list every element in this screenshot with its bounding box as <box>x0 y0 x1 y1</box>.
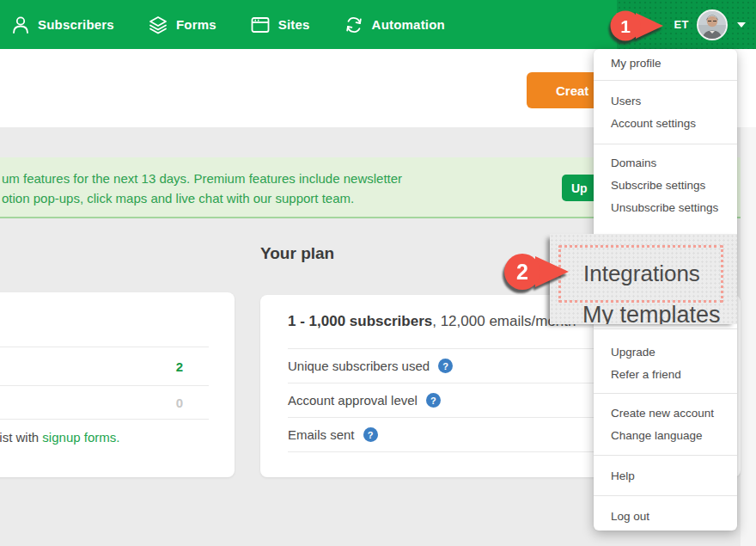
menu-item-my-templates[interactable]: My templates <box>582 302 721 324</box>
svg-text:2: 2 <box>516 260 528 284</box>
layers-icon <box>149 15 168 34</box>
menu-item-my-profile[interactable]: My profile <box>594 52 737 75</box>
menu-item-unsubscribe-settings[interactable]: Unsubscribe settings <box>594 197 737 219</box>
menu-item-create-new-account[interactable]: Create new account <box>594 402 737 425</box>
stats-card-footer: email list with signup forms. <box>0 419 209 445</box>
svg-text:1: 1 <box>620 16 631 36</box>
footer-text: email list with <box>0 430 42 445</box>
plan-section-title: Your plan <box>260 244 334 263</box>
menu-group-account: Users Account settings <box>594 81 737 144</box>
menu-item-log-out[interactable]: Log out <box>594 506 737 528</box>
menu-item-refer-a-friend[interactable]: Refer a friend <box>594 364 737 386</box>
trial-banner-line1: um features for the next 13 days. Premiu… <box>2 169 402 188</box>
row-label: Emails sent <box>288 427 355 442</box>
nav-sites[interactable]: Sites <box>251 16 310 34</box>
secondary-count: 0 <box>176 396 183 410</box>
browser-window-icon <box>251 16 270 34</box>
row-label: Unique subscribers used <box>288 359 430 373</box>
integrations-highlight-box: Integrations <box>558 245 723 303</box>
subscribers-count: 2 <box>176 359 183 374</box>
annotation-step-2-badge: 2 <box>503 252 570 291</box>
page-right-margin <box>741 127 756 546</box>
menu-item-upgrade[interactable]: Upgrade <box>594 341 737 364</box>
menu-item-help[interactable]: Help <box>594 465 737 488</box>
menu-item-users[interactable]: Users <box>594 90 737 113</box>
menu-item-domains[interactable]: Domains <box>594 152 737 175</box>
nav-subscribers[interactable]: Subscribers <box>12 15 114 34</box>
nav-label: Forms <box>176 17 216 32</box>
user-initials: ET <box>674 18 689 31</box>
menu-item-account-settings[interactable]: Account settings <box>594 113 737 135</box>
subscribers-stats-card: 2 0 email list with signup forms. <box>0 292 235 477</box>
help-icon[interactable]: ? <box>426 393 441 408</box>
account-menu-trigger[interactable]: ET <box>674 0 746 49</box>
menu-group-domains: Domains Subscribe settings Unsubscribe s… <box>594 144 737 237</box>
help-icon[interactable]: ? <box>363 427 378 442</box>
signup-forms-link[interactable]: signup forms <box>42 430 116 445</box>
magnified-menu-overlay: Integrations My templates <box>550 234 737 324</box>
avatar-image <box>698 11 726 39</box>
sync-arrows-icon <box>344 15 363 34</box>
stats-row-secondary: 0 <box>0 385 209 419</box>
nav-forms[interactable]: Forms <box>149 15 216 34</box>
nav-automation[interactable]: Automation <box>344 15 445 34</box>
help-icon[interactable]: ? <box>438 359 453 373</box>
row-label: Account approval level <box>288 393 418 408</box>
trial-banner-line2: otion pop-ups, click maps and live chat … <box>2 188 402 208</box>
menu-group-profile: My profile <box>594 49 737 81</box>
nav-label: Automation <box>372 17 445 32</box>
stats-row-subscribers: 2 <box>0 347 209 385</box>
chevron-down-icon <box>737 22 746 28</box>
person-icon <box>12 15 29 34</box>
menu-group-help: Help <box>594 456 737 496</box>
stats-card-top-area <box>0 292 235 347</box>
annotation-step-1-badge: 1 <box>610 9 665 42</box>
user-avatar[interactable] <box>697 9 728 40</box>
nav-label: Sites <box>278 17 310 32</box>
menu-group-logout: Log out <box>594 496 737 531</box>
menu-item-subscribe-settings[interactable]: Subscribe settings <box>594 175 737 197</box>
menu-group-upgrade: Upgrade Refer a friend <box>594 329 737 394</box>
menu-item-integrations[interactable]: Integrations <box>561 261 700 287</box>
trial-banner-text: um features for the next 13 days. Premiu… <box>2 169 402 208</box>
footer-suffix: . <box>116 430 119 445</box>
menu-item-change-language[interactable]: Change language <box>594 425 737 447</box>
main-nav: Subscribers Forms Sites <box>0 15 445 34</box>
menu-group-create: Create new account Change language <box>594 394 737 456</box>
plan-title-bold: 1 - 1,000 subscribers <box>288 313 432 330</box>
nav-label: Subscribers <box>38 17 114 32</box>
